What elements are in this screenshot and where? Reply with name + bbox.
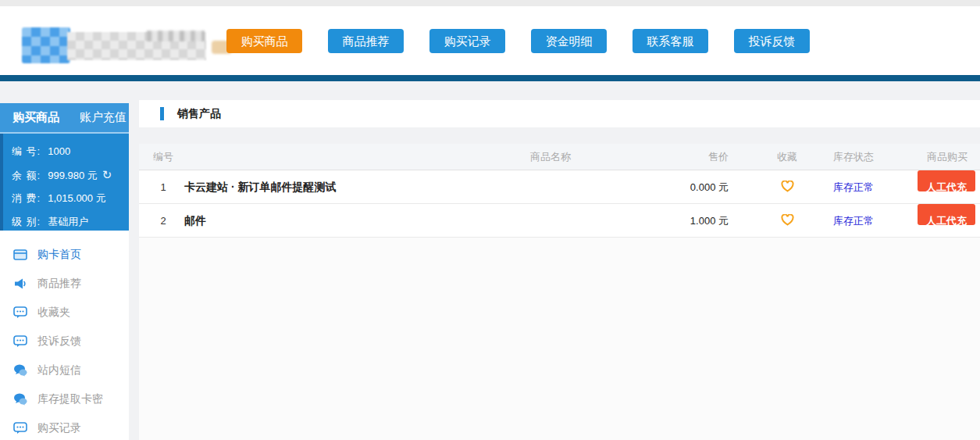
manual-recharge-button[interactable]: 人工代充 <box>918 204 975 225</box>
chat-double-icon <box>13 364 27 377</box>
sidebar-account-panel: 购买商品 账户充值 编 号:1000 余 额:999.980 元↻ 消 费:1,… <box>0 103 129 231</box>
logo-pixelated <box>22 26 209 63</box>
product-price: 0.000 元 <box>600 170 729 204</box>
account-balance-row: 余 额:999.980 元↻ <box>12 163 129 187</box>
tab-account-recharge[interactable]: 账户充值 <box>80 110 127 125</box>
manual-recharge-button[interactable]: 人工代充 <box>918 170 975 191</box>
account-spent-row: 消 费:1,015.000 元 <box>12 187 129 210</box>
products-table: 编号 商品名称 售价 收藏 库存状态 商品购买 1 卡云建站 · 新订单邮件提醒… <box>139 144 980 440</box>
table-row: 1 卡云建站 · 新订单邮件提醒测试 0.000 元 库存正常 人工代充 <box>139 170 980 204</box>
megaphone-icon <box>13 277 27 290</box>
nav-product-recommend-button[interactable]: 商品推荐 <box>328 29 404 53</box>
sidebar-menu: 购卡首页 商品推荐 收藏夹 投诉反馈 站内短信 <box>0 231 129 440</box>
sidebar-item-stock-card-codes[interactable]: 库存提取卡密 <box>0 385 129 413</box>
sidebar-item-label: 收藏夹 <box>37 306 70 320</box>
col-header-id: 编号 <box>153 144 173 170</box>
sidebar-item-site-messages[interactable]: 站内短信 <box>0 356 129 385</box>
sidebar-item-purchase-history[interactable]: 购买记录 <box>0 413 129 440</box>
col-header-stock: 库存状态 <box>818 144 889 170</box>
stock-status-link[interactable]: 库存正常 <box>833 215 874 227</box>
top-nav: 购买商品 商品推荐 购买记录 资金明细 联系客服 投诉反馈 <box>226 29 810 53</box>
sidebar-item-label: 商品推荐 <box>37 277 81 291</box>
nav-complaint-feedback-button[interactable]: 投诉反馈 <box>734 29 810 53</box>
logo-mark-blurred <box>22 27 70 63</box>
col-header-buy: 商品购买 <box>908 144 980 170</box>
chat-dots-icon <box>13 306 27 319</box>
tab-buy-products[interactable]: 购买商品 <box>12 110 59 125</box>
sidebar-item-label: 购卡首页 <box>37 248 81 262</box>
chat-double-icon <box>13 393 27 406</box>
product-id: 1 <box>153 170 173 204</box>
sidebar-item-favorites[interactable]: 收藏夹 <box>0 298 129 327</box>
logo-text-blurred-detail <box>147 30 205 41</box>
account-balance-value: 999.980 元 <box>48 170 98 181</box>
product-name: 邮件 <box>184 204 206 238</box>
nav-funds-detail-button[interactable]: 资金明细 <box>531 29 607 53</box>
account-spent-value: 1,015.000 元 <box>48 192 105 204</box>
nav-buy-products-button[interactable]: 购买商品 <box>226 29 302 53</box>
table-row: 2 邮件 1.000 元 库存正常 人工代充 <box>139 204 980 238</box>
product-price: 1.000 元 <box>600 204 729 238</box>
nav-purchase-history-button[interactable]: 购买记录 <box>429 29 505 53</box>
product-id: 2 <box>153 204 173 238</box>
product-name: 卡云建站 · 新订单邮件提醒测试 <box>184 170 336 204</box>
account-balance-label: 余 额: <box>12 164 41 188</box>
favorite-heart-icon[interactable] <box>781 214 794 226</box>
sidebar-item-label: 购买记录 <box>37 421 81 435</box>
col-header-favorite: 收藏 <box>760 144 814 170</box>
account-id-row: 编 号:1000 <box>12 140 129 163</box>
top-strip <box>0 0 980 6</box>
account-id-value: 1000 <box>48 145 70 157</box>
refresh-balance-icon[interactable]: ↻ <box>102 163 112 187</box>
header-divider-bar <box>0 75 980 81</box>
account-info: 编 号:1000 余 额:999.980 元↻ 消 费:1,015.000 元 … <box>0 134 129 234</box>
favorite-heart-icon[interactable] <box>781 181 794 192</box>
account-spent-label: 消 费: <box>12 187 41 210</box>
window-icon <box>13 249 27 261</box>
account-level-value: 基础用户 <box>48 216 88 227</box>
chat-dots-icon <box>13 335 27 348</box>
nav-contact-support-button[interactable]: 联系客服 <box>633 29 708 53</box>
sidebar-item-label: 投诉反馈 <box>37 334 81 349</box>
page-title: 销售产品 <box>177 100 221 127</box>
sidebar-item-label: 库存提取卡密 <box>37 392 103 406</box>
sidebar-item-product-recommend[interactable]: 商品推荐 <box>0 269 129 298</box>
section-header: 销售产品 <box>139 100 980 127</box>
table-header-row: 编号 商品名称 售价 收藏 库存状态 商品购买 <box>139 144 980 170</box>
title-accent-bar <box>160 107 164 120</box>
sidebar-item-card-home[interactable]: 购卡首页 <box>0 240 129 269</box>
col-header-price: 售价 <box>600 144 729 170</box>
chat-dots-icon <box>13 422 27 435</box>
sidebar-item-label: 站内短信 <box>37 363 81 377</box>
sidebar-tabs: 购买商品 账户充值 <box>0 103 129 134</box>
sidebar-item-complaint-feedback[interactable]: 投诉反馈 <box>0 327 129 356</box>
account-id-label: 编 号: <box>12 140 41 163</box>
stock-status-link[interactable]: 库存正常 <box>833 181 874 193</box>
